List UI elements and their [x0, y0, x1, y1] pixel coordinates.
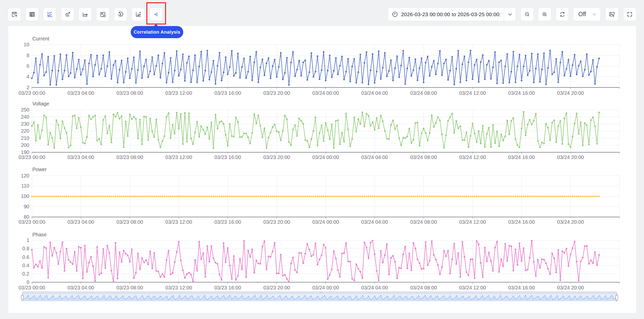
svg-text:0.4: 0.4 — [22, 263, 29, 268]
svg-text:03/24 20:00: 03/24 20:00 — [557, 285, 584, 290]
svg-text:03/24 08:00: 03/24 08:00 — [410, 154, 437, 160]
svg-text:03/24 04:00: 03/24 04:00 — [361, 285, 388, 290]
svg-text:03/23 04:00: 03/23 04:00 — [67, 219, 94, 225]
svg-text:03/24 20:00: 03/24 20:00 — [557, 154, 584, 160]
svg-text:230: 230 — [21, 121, 29, 127]
svg-text:03/24 08:00: 03/24 08:00 — [410, 219, 437, 225]
svg-text:03/23 12:00: 03/23 12:00 — [165, 90, 192, 96]
svg-text:2: 2 — [27, 85, 29, 90]
svg-text:03/24 12:00: 03/24 12:00 — [459, 285, 486, 290]
svg-text:03/23 20:00: 03/23 20:00 — [263, 90, 290, 96]
svg-text:90: 90 — [24, 204, 29, 209]
svg-text:03/24 16:00: 03/24 16:00 — [508, 285, 535, 290]
svg-text:03/23 08:00: 03/23 08:00 — [117, 90, 143, 96]
svg-text:250: 250 — [21, 107, 29, 112]
svg-text:4: 4 — [27, 74, 29, 79]
svg-text:8: 8 — [27, 53, 29, 58]
svg-text:100: 100 — [21, 193, 29, 199]
svg-text:03/24 00:00: 03/24 00:00 — [312, 154, 339, 160]
svg-text:03/24 04:00: 03/24 04:00 — [361, 90, 388, 96]
svg-text:03/23 00:00: 03/23 00:00 — [18, 90, 45, 96]
svg-text:03/23 12:00: 03/23 12:00 — [165, 285, 192, 290]
svg-text:03/24 00:00: 03/24 00:00 — [312, 285, 339, 290]
svg-text:03/24 16:00: 03/24 16:00 — [508, 90, 535, 96]
svg-text:03/23 00:00: 03/23 00:00 — [18, 154, 45, 160]
svg-text:03/23 04:00: 03/23 04:00 — [67, 285, 94, 290]
svg-text:220: 220 — [21, 128, 29, 134]
svg-text:10: 10 — [24, 42, 29, 47]
svg-text:03/24 16:00: 03/24 16:00 — [508, 219, 535, 225]
svg-text:03/23 12:00: 03/23 12:00 — [165, 219, 192, 225]
svg-text:210: 210 — [21, 135, 29, 141]
svg-text:1: 1 — [27, 237, 29, 243]
svg-text:03/24 20:00: 03/24 20:00 — [557, 90, 584, 96]
svg-text:03/23 16:00: 03/23 16:00 — [214, 154, 241, 160]
svg-text:03/23 16:00: 03/23 16:00 — [214, 285, 241, 290]
svg-text:03/23 08:00: 03/23 08:00 — [117, 154, 143, 160]
svg-text:200: 200 — [21, 142, 29, 148]
svg-text:03/23 04:00: 03/23 04:00 — [67, 90, 94, 96]
svg-text:03/23 20:00: 03/23 20:00 — [263, 285, 290, 290]
svg-text:240: 240 — [21, 114, 29, 120]
svg-text:Voltage: Voltage — [32, 101, 49, 106]
svg-text:03/24 04:00: 03/24 04:00 — [361, 219, 388, 225]
svg-text:03/23 00:00: 03/23 00:00 — [18, 285, 45, 290]
svg-text:03/24 12:00: 03/24 12:00 — [459, 154, 486, 160]
svg-text:0.6: 0.6 — [22, 254, 29, 260]
svg-text:03/23 16:00: 03/23 16:00 — [214, 219, 241, 225]
svg-text:03/23 08:00: 03/23 08:00 — [117, 285, 143, 290]
svg-text:Current: Current — [32, 36, 49, 41]
svg-text:03/24 08:00: 03/24 08:00 — [410, 90, 437, 96]
svg-text:03/24 20:00: 03/24 20:00 — [557, 219, 584, 225]
svg-text:Phase: Phase — [32, 232, 47, 237]
svg-text:03/24 00:00: 03/24 00:00 — [312, 219, 339, 225]
svg-text:03/23 20:00: 03/23 20:00 — [263, 154, 290, 160]
svg-text:03/23 00:00: 03/23 00:00 — [18, 219, 45, 225]
svg-text:03/23 16:00: 03/23 16:00 — [214, 90, 241, 96]
svg-text:120: 120 — [21, 173, 29, 178]
svg-text:110: 110 — [21, 183, 29, 189]
svg-text:03/24 00:00: 03/24 00:00 — [312, 90, 339, 96]
svg-text:03/23 20:00: 03/23 20:00 — [263, 219, 290, 225]
svg-text:03/24 12:00: 03/24 12:00 — [459, 90, 486, 96]
svg-text:6: 6 — [27, 63, 29, 69]
svg-text:03/24 12:00: 03/24 12:00 — [459, 219, 486, 225]
svg-text:03/23 04:00: 03/23 04:00 — [67, 154, 94, 160]
svg-text:03/23 12:00: 03/23 12:00 — [165, 154, 192, 160]
svg-text:03/24 16:00: 03/24 16:00 — [508, 154, 535, 160]
svg-text:0.2: 0.2 — [22, 271, 29, 277]
svg-text:03/23 08:00: 03/23 08:00 — [117, 219, 143, 225]
svg-text:0: 0 — [27, 279, 29, 285]
svg-text:0.8: 0.8 — [22, 246, 29, 251]
svg-text:03/24 04:00: 03/24 04:00 — [361, 154, 388, 160]
svg-text:Power: Power — [32, 167, 47, 172]
svg-text:03/24 08:00: 03/24 08:00 — [410, 285, 437, 290]
